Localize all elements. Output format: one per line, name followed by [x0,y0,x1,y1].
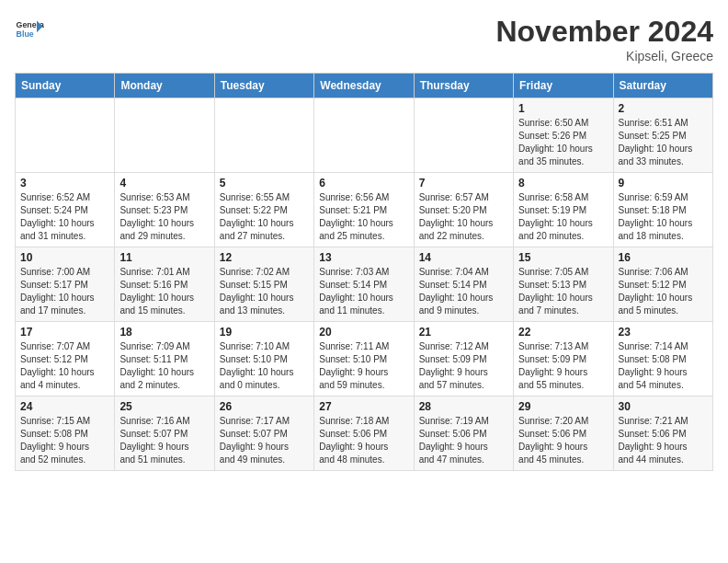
day-info: Sunrise: 7:13 AM Sunset: 5:09 PM Dayligh… [518,340,608,392]
day-number: 16 [619,251,708,264]
calendar-cell: 12Sunrise: 7:02 AM Sunset: 5:15 PM Dayli… [214,247,313,322]
week-row-1: 1Sunrise: 6:50 AM Sunset: 5:26 PM Daylig… [16,98,713,173]
week-row-2: 3Sunrise: 6:52 AM Sunset: 5:24 PM Daylig… [16,173,713,247]
day-info: Sunrise: 7:11 AM Sunset: 5:10 PM Dayligh… [319,340,408,392]
week-row-4: 17Sunrise: 7:07 AM Sunset: 5:12 PM Dayli… [16,322,713,396]
day-info: Sunrise: 7:21 AM Sunset: 5:06 PM Dayligh… [619,415,708,466]
day-number: 10 [20,251,109,264]
calendar-cell: 15Sunrise: 7:05 AM Sunset: 5:13 PM Dayli… [514,247,613,322]
day-info: Sunrise: 6:55 AM Sunset: 5:22 PM Dayligh… [220,191,309,243]
day-number: 23 [619,326,708,339]
calendar-cell: 8Sunrise: 6:58 AM Sunset: 5:19 PM Daylig… [514,173,613,247]
day-info: Sunrise: 6:58 AM Sunset: 5:19 PM Dayligh… [518,191,608,243]
calendar-cell [16,98,115,173]
day-info: Sunrise: 7:09 AM Sunset: 5:11 PM Dayligh… [119,340,209,392]
day-number: 26 [220,400,309,413]
day-number: 4 [119,177,209,190]
day-info: Sunrise: 7:12 AM Sunset: 5:09 PM Dayligh… [419,340,508,392]
calendar-cell: 30Sunrise: 7:21 AM Sunset: 5:06 PM Dayli… [613,396,712,471]
day-info: Sunrise: 7:00 AM Sunset: 5:17 PM Dayligh… [20,266,109,317]
week-row-5: 24Sunrise: 7:15 AM Sunset: 5:08 PM Dayli… [16,396,713,471]
calendar-cell: 17Sunrise: 7:07 AM Sunset: 5:12 PM Dayli… [16,322,115,396]
day-info: Sunrise: 7:19 AM Sunset: 5:06 PM Dayligh… [419,415,508,466]
calendar-cell [414,98,513,173]
day-number: 5 [220,177,309,190]
calendar-cell [115,98,214,173]
day-number: 20 [319,326,408,339]
day-number: 22 [518,326,608,339]
calendar-cell: 22Sunrise: 7:13 AM Sunset: 5:09 PM Dayli… [514,322,613,396]
weekday-header-monday: Monday [115,74,214,98]
day-number: 19 [220,326,309,339]
calendar-cell: 19Sunrise: 7:10 AM Sunset: 5:10 PM Dayli… [214,322,313,396]
day-info: Sunrise: 7:14 AM Sunset: 5:08 PM Dayligh… [619,340,708,392]
day-number: 27 [319,400,408,413]
calendar-cell: 10Sunrise: 7:00 AM Sunset: 5:17 PM Dayli… [16,247,115,322]
day-number: 15 [518,251,608,264]
day-number: 13 [319,251,408,264]
day-info: Sunrise: 7:01 AM Sunset: 5:16 PM Dayligh… [119,266,209,317]
day-info: Sunrise: 6:59 AM Sunset: 5:18 PM Dayligh… [619,191,708,243]
calendar-cell: 2Sunrise: 6:51 AM Sunset: 5:25 PM Daylig… [613,98,712,173]
weekday-header-tuesday: Tuesday [214,74,313,98]
day-info: Sunrise: 7:04 AM Sunset: 5:14 PM Dayligh… [419,266,508,317]
weekday-header-saturday: Saturday [613,74,712,98]
day-number: 30 [619,400,708,413]
day-info: Sunrise: 7:03 AM Sunset: 5:14 PM Dayligh… [319,266,408,317]
calendar-cell: 20Sunrise: 7:11 AM Sunset: 5:10 PM Dayli… [314,322,414,396]
calendar-cell [214,98,313,173]
day-number: 3 [20,177,109,190]
day-number: 11 [119,251,209,264]
location: Kipseli, Greece [495,49,713,63]
month-title: November 2024 [495,15,713,49]
day-info: Sunrise: 7:16 AM Sunset: 5:07 PM Dayligh… [119,415,209,466]
day-info: Sunrise: 6:56 AM Sunset: 5:21 PM Dayligh… [319,191,408,243]
day-info: Sunrise: 6:51 AM Sunset: 5:25 PM Dayligh… [619,117,708,168]
calendar-cell: 18Sunrise: 7:09 AM Sunset: 5:11 PM Dayli… [115,322,214,396]
calendar-cell: 16Sunrise: 7:06 AM Sunset: 5:12 PM Dayli… [613,247,712,322]
calendar-cell: 23Sunrise: 7:14 AM Sunset: 5:08 PM Dayli… [613,322,712,396]
calendar-cell: 6Sunrise: 6:56 AM Sunset: 5:21 PM Daylig… [314,173,414,247]
title-block: November 2024 Kipseli, Greece [495,15,713,63]
calendar-cell: 29Sunrise: 7:20 AM Sunset: 5:06 PM Dayli… [514,396,613,471]
day-number: 6 [319,177,408,190]
weekday-header-row: SundayMondayTuesdayWednesdayThursdayFrid… [16,74,713,98]
day-info: Sunrise: 6:52 AM Sunset: 5:24 PM Dayligh… [20,191,109,243]
calendar-cell: 24Sunrise: 7:15 AM Sunset: 5:08 PM Dayli… [16,396,115,471]
svg-text:Blue: Blue [17,29,34,39]
day-number: 18 [119,326,209,339]
calendar-cell: 1Sunrise: 6:50 AM Sunset: 5:26 PM Daylig… [514,98,613,173]
calendar-cell: 13Sunrise: 7:03 AM Sunset: 5:14 PM Dayli… [314,247,414,322]
day-info: Sunrise: 6:50 AM Sunset: 5:26 PM Dayligh… [518,117,608,168]
calendar-cell [314,98,414,173]
day-number: 21 [419,326,508,339]
calendar-cell: 14Sunrise: 7:04 AM Sunset: 5:14 PM Dayli… [414,247,513,322]
calendar-cell: 3Sunrise: 6:52 AM Sunset: 5:24 PM Daylig… [16,173,115,247]
day-number: 25 [119,400,209,413]
calendar-cell: 5Sunrise: 6:55 AM Sunset: 5:22 PM Daylig… [214,173,313,247]
logo-icon: General Blue [15,15,44,44]
logo: General Blue [15,15,44,44]
weekday-header-sunday: Sunday [16,74,115,98]
day-info: Sunrise: 7:05 AM Sunset: 5:13 PM Dayligh… [518,266,608,317]
calendar-cell: 4Sunrise: 6:53 AM Sunset: 5:23 PM Daylig… [115,173,214,247]
day-number: 8 [518,177,608,190]
day-number: 17 [20,326,109,339]
day-info: Sunrise: 7:02 AM Sunset: 5:15 PM Dayligh… [220,266,309,317]
calendar-cell: 11Sunrise: 7:01 AM Sunset: 5:16 PM Dayli… [115,247,214,322]
week-row-3: 10Sunrise: 7:00 AM Sunset: 5:17 PM Dayli… [16,247,713,322]
day-number: 29 [518,400,608,413]
day-info: Sunrise: 6:57 AM Sunset: 5:20 PM Dayligh… [419,191,508,243]
calendar-table: SundayMondayTuesdayWednesdayThursdayFrid… [15,73,713,471]
weekday-header-wednesday: Wednesday [314,74,414,98]
day-info: Sunrise: 7:10 AM Sunset: 5:10 PM Dayligh… [220,340,309,392]
calendar-cell: 21Sunrise: 7:12 AM Sunset: 5:09 PM Dayli… [414,322,513,396]
calendar-cell: 28Sunrise: 7:19 AM Sunset: 5:06 PM Dayli… [414,396,513,471]
calendar-cell: 27Sunrise: 7:18 AM Sunset: 5:06 PM Dayli… [314,396,414,471]
day-info: Sunrise: 7:20 AM Sunset: 5:06 PM Dayligh… [518,415,608,466]
day-number: 14 [419,251,508,264]
day-info: Sunrise: 7:17 AM Sunset: 5:07 PM Dayligh… [220,415,309,466]
weekday-header-friday: Friday [514,74,613,98]
calendar-cell: 7Sunrise: 6:57 AM Sunset: 5:20 PM Daylig… [414,173,513,247]
weekday-header-thursday: Thursday [414,74,513,98]
